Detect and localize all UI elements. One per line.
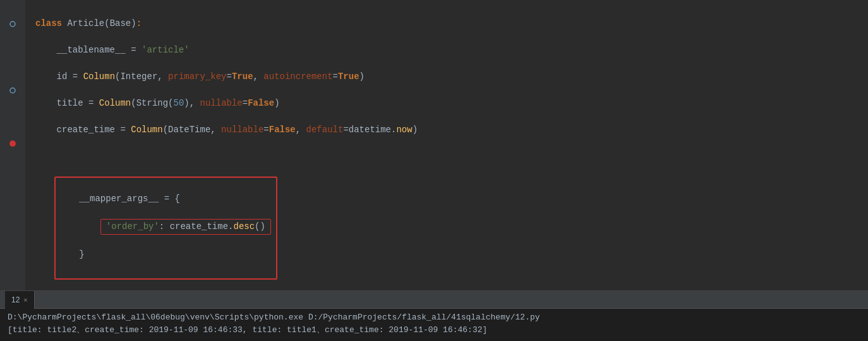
gutter-icon-9 (0, 110, 25, 123)
code-line-1: class Article(Base): (35, 17, 858, 30)
terminal-output: D:\PycharmProjects\flask_all\06debug\ven… (0, 309, 868, 339)
code-line-3: id = Column(Integer, primary_key=True, a… (35, 70, 858, 84)
gutter-icon-10 (0, 123, 25, 137)
code-editor: class Article(Base): __tablename__ = 'ar… (0, 0, 868, 290)
gutter-icon-6 (0, 70, 25, 84)
code-line-6 (35, 150, 858, 163)
terminal-result-line: [title: title2、create_time: 2019-11-09 1… (8, 324, 860, 337)
gutter-icon-2 (0, 17, 25, 30)
gutter-icon-7 (0, 84, 25, 97)
gutter-icon-4 (0, 44, 25, 57)
terminal-tab-label: 12 (11, 295, 20, 304)
terminal-panel: 12 × D:\PycharmProjects\flask_all\06debu… (0, 290, 868, 341)
terminal-path-line: D:\PycharmProjects\flask_all\06debug\ven… (8, 311, 860, 324)
terminal-tab-bar: 12 × (0, 291, 868, 309)
svg-point-1 (10, 88, 15, 93)
gutter-icon-1 (0, 4, 25, 17)
terminal-close-icon[interactable]: × (23, 296, 27, 304)
gutter-icon-3 (0, 30, 25, 44)
svg-point-2 (9, 140, 16, 147)
gutter-icon-8 (0, 97, 25, 110)
terminal-tab-12[interactable]: 12 × (5, 291, 35, 309)
gutter-icon-5 (0, 57, 25, 70)
code-line-5: create_time = Column(DateTime, nullable=… (35, 123, 858, 137)
svg-point-0 (10, 22, 15, 27)
code-text[interactable]: class Article(Base): __tablename__ = 'ar… (25, 0, 868, 290)
code-line-7: __mapper_args__ = { 'order_by': create_t… (35, 177, 858, 280)
editor-gutter (0, 0, 25, 290)
gutter-icon-12 (0, 150, 25, 163)
gutter-icon-11 (0, 137, 25, 150)
code-line-4: title = Column(String(50), nullable=Fals… (35, 97, 858, 110)
code-line-2: __tablename__ = 'article' (35, 44, 858, 57)
